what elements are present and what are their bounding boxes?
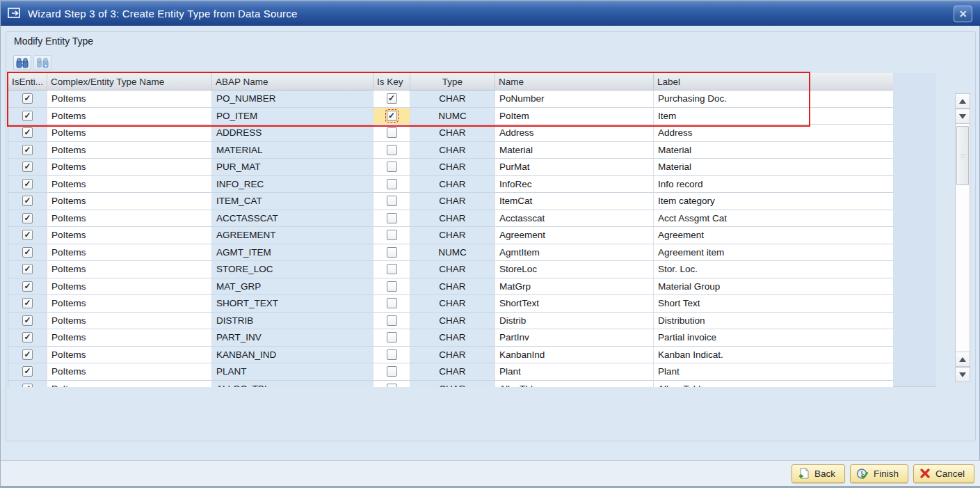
label-cell[interactable]: Acct Assgmt Cat (654, 210, 893, 228)
name-cell[interactable]: Plant (495, 363, 654, 381)
label-cell[interactable]: Partial invoice (654, 329, 893, 347)
entity-name-cell[interactable]: PoItems (47, 193, 212, 210)
entity-name-cell[interactable]: PoItems (47, 227, 212, 244)
label-cell[interactable]: Alloc. Table (654, 381, 893, 388)
name-cell[interactable]: Acctasscat (495, 210, 654, 228)
scroll-page-down-button[interactable] (955, 367, 970, 382)
is-entity-checkbox[interactable] (22, 247, 33, 258)
is-key-checkbox[interactable] (387, 230, 397, 240)
abap-name-cell[interactable]: AGREEMENT (212, 227, 373, 244)
label-cell[interactable]: Item (654, 108, 893, 125)
abap-name-cell[interactable]: ACCTASSCAT (212, 210, 373, 228)
is-key-checkbox[interactable] (387, 264, 397, 274)
is-key-checkbox[interactable] (387, 332, 397, 343)
type-cell[interactable]: CHAR (410, 313, 495, 330)
is-entity-checkbox[interactable] (22, 384, 33, 387)
is-key-checkbox[interactable] (387, 315, 397, 326)
is-entity-checkbox[interactable] (22, 162, 33, 172)
abap-name-cell[interactable]: MAT_GRP (212, 278, 373, 296)
name-cell[interactable]: Agreement (495, 227, 654, 244)
scrollbar-track[interactable] (955, 124, 970, 352)
abap-name-cell[interactable]: DISTRIB (212, 313, 373, 330)
label-cell[interactable]: Plant (654, 363, 893, 381)
type-cell[interactable]: CHAR (410, 90, 495, 108)
is-key-checkbox[interactable] (387, 145, 397, 155)
label-cell[interactable]: Distribution (654, 313, 893, 330)
label-cell[interactable]: Agreement item (654, 244, 893, 262)
label-cell[interactable]: Kanban Indicat. (654, 347, 893, 364)
cancel-button[interactable]: Cancel (913, 464, 974, 483)
col-header-name[interactable]: Name (495, 73, 654, 90)
type-cell[interactable]: CHAR (410, 261, 495, 278)
is-entity-checkbox[interactable] (22, 366, 33, 377)
type-cell[interactable]: CHAR (410, 363, 495, 381)
abap-name-cell[interactable]: MATERIAL (212, 142, 373, 159)
entity-name-cell[interactable]: PoItems (47, 125, 212, 142)
label-cell[interactable]: Stor. Loc. (654, 261, 893, 278)
abap-name-cell[interactable]: ITEM_CAT (212, 193, 373, 210)
is-key-checkbox[interactable] (387, 179, 397, 189)
type-cell[interactable]: CHAR (410, 210, 495, 228)
col-header-is-key[interactable]: Is Key (373, 73, 410, 90)
type-cell[interactable]: CHAR (410, 347, 495, 364)
type-cell[interactable]: CHAR (410, 125, 495, 142)
abap-name-cell[interactable]: PART_INV (212, 329, 373, 347)
abap-name-cell[interactable]: AGMT_ITEM (212, 244, 373, 262)
find-button[interactable] (13, 55, 31, 70)
abap-name-cell[interactable]: PO_NUMBER (212, 90, 373, 108)
is-key-checkbox[interactable] (387, 247, 397, 258)
name-cell[interactable]: PoItem (495, 108, 654, 125)
abap-name-cell[interactable]: ALLOC_TBL (212, 381, 373, 388)
is-entity-checkbox[interactable] (22, 230, 33, 240)
type-cell[interactable]: CHAR (410, 176, 495, 194)
abap-name-cell[interactable]: PUR_MAT (212, 159, 373, 176)
entity-name-cell[interactable]: PoItems (47, 210, 212, 228)
is-entity-checkbox[interactable] (22, 111, 33, 121)
is-entity-checkbox[interactable] (22, 349, 33, 360)
name-cell[interactable]: PoNumber (495, 90, 654, 108)
type-cell[interactable]: NUMC (410, 244, 495, 262)
entity-name-cell[interactable]: PoItems (47, 108, 212, 125)
label-cell[interactable]: Item category (654, 193, 893, 210)
is-key-checkbox[interactable] (387, 366, 397, 377)
label-cell[interactable]: Address (654, 125, 893, 142)
abap-name-cell[interactable]: INFO_REC (212, 176, 373, 194)
is-key-checkbox[interactable] (387, 213, 397, 223)
entity-name-cell[interactable]: PoItems (47, 90, 212, 108)
label-cell[interactable]: Agreement (654, 227, 893, 244)
is-key-checkbox[interactable] (387, 196, 397, 206)
scroll-line-down-button[interactable] (955, 352, 970, 367)
name-cell[interactable]: PartInv (495, 329, 654, 347)
name-cell[interactable]: KanbanInd (495, 347, 654, 364)
col-header-type[interactable]: Type (410, 73, 495, 90)
is-key-checkbox[interactable] (387, 298, 397, 308)
is-entity-checkbox[interactable] (22, 332, 33, 343)
name-cell[interactable]: StoreLoc (495, 261, 654, 278)
name-cell[interactable]: MatGrp (495, 278, 654, 296)
type-cell[interactable]: CHAR (410, 295, 495, 313)
name-cell[interactable]: ShortText (495, 295, 654, 313)
col-header-isentity[interactable]: IsEnti... (8, 73, 47, 90)
type-cell[interactable]: CHAR (410, 329, 495, 347)
type-cell[interactable]: CHAR (410, 381, 495, 388)
entity-name-cell[interactable]: PoItems (47, 381, 212, 388)
is-key-checkbox[interactable] (387, 111, 397, 121)
is-key-checkbox[interactable] (387, 93, 397, 104)
name-cell[interactable]: Address (495, 125, 654, 142)
type-cell[interactable]: CHAR (410, 159, 495, 176)
is-key-checkbox[interactable] (387, 162, 397, 172)
is-entity-checkbox[interactable] (22, 179, 33, 189)
entity-name-cell[interactable]: PoItems (47, 278, 212, 296)
col-header-abap-name[interactable]: ABAP Name (212, 73, 373, 90)
name-cell[interactable]: PurMat (495, 159, 654, 176)
label-cell[interactable]: Material (654, 159, 893, 176)
entity-name-cell[interactable]: PoItems (47, 295, 212, 313)
close-icon[interactable]: ✕ (954, 6, 972, 22)
name-cell[interactable]: InfoRec (495, 176, 654, 194)
abap-name-cell[interactable]: SHORT_TEXT (212, 295, 373, 313)
is-entity-checkbox[interactable] (22, 281, 33, 292)
label-cell[interactable]: Material (654, 142, 893, 159)
is-entity-checkbox[interactable] (22, 315, 33, 326)
is-entity-checkbox[interactable] (22, 127, 33, 138)
entity-name-cell[interactable]: PoItems (47, 142, 212, 159)
